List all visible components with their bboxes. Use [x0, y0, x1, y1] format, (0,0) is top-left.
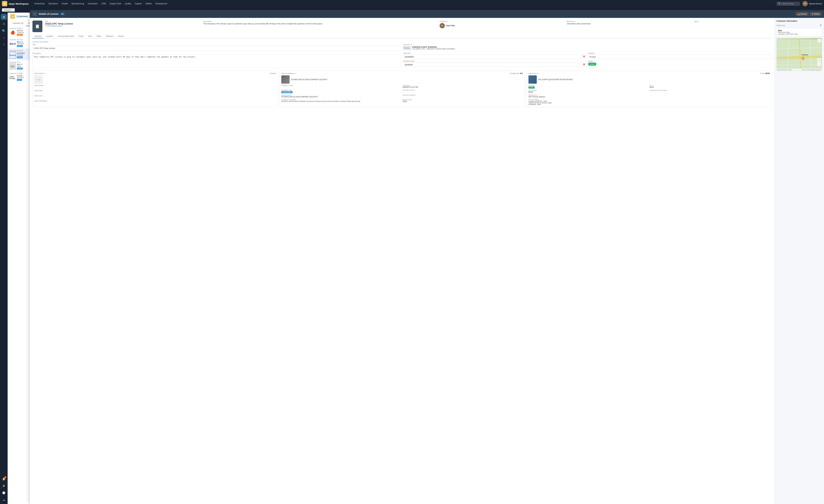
zoom-out-button[interactable]: − — [817, 62, 821, 66]
sidebar-icon-add[interactable]: ＋ — [1, 35, 7, 41]
lic-dtab-history[interactable]: History — [116, 34, 126, 38]
cust-sub: TECHNO — [17, 43, 24, 45]
part-desc-label: Part Description — [528, 99, 770, 100]
model-value: ECONOCLAVE EC10X20-150P450F-12S12P24T — [281, 96, 402, 98]
manufacturer-label: Manufacturer — [528, 94, 770, 96]
addresses-label: Addresses — [777, 26, 785, 26]
duration-label: Duration — [588, 52, 772, 54]
cust-badge: Office — [17, 34, 23, 36]
lic-dtab-notes[interactable]: Notes — [94, 34, 104, 38]
expiration-input[interactable] — [403, 63, 581, 67]
part-edit-icon[interactable]: ✏ — [537, 73, 538, 74]
desc-textarea[interactable]: This temporary CPC license is give to cu… — [32, 55, 401, 68]
lic-dtab-agreements[interactable]: License Agreements — [56, 34, 77, 38]
nav-crm[interactable]: CRM — [100, 2, 107, 5]
cust-sub: TECHNO — [17, 77, 24, 79]
cust-name: APPLE — [17, 30, 24, 32]
install-desc-label: Installation Description — [281, 99, 402, 101]
nav-development[interactable]: Development — [154, 2, 169, 5]
zoom-in-button[interactable]: + — [817, 58, 821, 62]
lic-dtab-relations[interactable]: Relations — [104, 34, 116, 38]
lic-dtab-files[interactable]: Files — [86, 34, 94, 38]
nav-supply-chain[interactable]: Supply Chain — [108, 2, 123, 5]
sidebar-icon-search[interactable]: 🔍 — [1, 28, 7, 34]
installation-title: Select Installation ✏ InstallationID 643 — [281, 73, 523, 74]
lic-dtab-posts[interactable]: Posts — [77, 34, 86, 38]
asset-edit-icon[interactable]: ✏ — [44, 73, 45, 74]
sidebar-icon-menu[interactable]: ☰ — [1, 21, 7, 27]
app-title: Licenses — [17, 15, 28, 18]
aurora-sm-logo: Aurora — [403, 46, 411, 49]
calendar-icon2[interactable]: 📅 — [581, 63, 587, 67]
map-container: Columbus ⛶ + − — [777, 38, 822, 71]
top-nav-menu: Productivity Operations People Manufactu… — [33, 2, 775, 5]
lic-dtab-contacts[interactable]: Contacts — [43, 34, 55, 38]
asset-id-label: AssetID — [270, 73, 276, 74]
avatar[interactable]: AP — [803, 1, 808, 6]
nav-automation[interactable]: Automation — [86, 2, 100, 5]
license-info-title: License Information — [32, 41, 772, 43]
sidebar-icon-question[interactable]: ？ — [1, 42, 7, 48]
duration-input[interactable] — [588, 55, 772, 59]
start-date-label: Start Date — [403, 52, 587, 54]
start-date-input[interactable] — [403, 55, 581, 59]
serial-value: 19221 — [403, 101, 523, 102]
detail-sidebar: Customer Information Addresses ＋ Main 20… — [774, 26, 824, 504]
cust-badge: Manu — [17, 45, 23, 47]
map-terms-label: Terms of Use Report a map error — [802, 69, 821, 71]
nav-support[interactable]: Support — [133, 2, 143, 5]
title-field-label: Title — [32, 44, 401, 45]
asset-status-label: Asset Status — [34, 85, 276, 87]
warranty-exp-label: Warranty Expiration — [403, 94, 523, 96]
title-input[interactable] — [32, 46, 401, 51]
installation-edit-icon[interactable]: ✏ — [295, 73, 296, 74]
app-logo[interactable]: A Appy Workspace — [2, 1, 29, 6]
cust-badge: Aero — [17, 79, 22, 81]
cust-logo: Bard — [9, 40, 16, 47]
address-main-label: Main — [778, 29, 821, 31]
customer-edit-icon[interactable]: ✏ — [411, 44, 412, 45]
expiration-field[interactable]: 📅 — [403, 63, 587, 67]
asset-section: Select Asset ✏ AssetID Image Asset Statu… — [32, 71, 278, 107]
part-section: Select Part ✏ PartID 88390 CPC,SCRIPT,QU… — [527, 71, 772, 107]
nav-utilities[interactable]: Utilities — [144, 2, 153, 5]
start-date-field[interactable]: 📅 — [403, 55, 587, 59]
user-name: Appollo Ascanio — [809, 3, 822, 5]
sidebar-icon-notify[interactable]: 🔔 1 — [1, 476, 7, 482]
tab-label: Licenses — [4, 9, 11, 11]
nav-productivity[interactable]: Productivity — [33, 2, 46, 5]
tab-licenses[interactable]: Licenses (5) — [10, 21, 26, 26]
install-date-label: Install Date — [403, 85, 523, 86]
add-address-button[interactable]: ＋ — [819, 26, 822, 27]
calendar-icon[interactable]: 📅 — [581, 55, 587, 59]
tab-close-icon[interactable]: ✕ — [12, 9, 13, 11]
fullscreen-button[interactable]: ⛶ — [818, 39, 821, 42]
status-label: Status — [588, 60, 772, 62]
customer-field-label: Customer ✏ — [403, 44, 772, 45]
part-num-label: Part Number — [528, 90, 649, 91]
model-label: Model Number — [281, 94, 402, 96]
search-app-box[interactable]: 🔍 Search for app — [777, 2, 800, 6]
installation-id-value: 643 — [520, 73, 523, 74]
installation-image — [281, 75, 290, 84]
nav-quality[interactable]: Quality — [123, 2, 133, 5]
edit-link[interactable]: ✏ CPC 90-day License — [45, 26, 201, 27]
asset-desc-label: Asset Description — [34, 100, 276, 102]
address-line1: 200 Aurora Way — [778, 31, 821, 33]
nav-manufacturing[interactable]: Manufacturing — [70, 2, 86, 5]
part-type-label: Part type — [528, 85, 649, 86]
installation-name: ECONOCLAVE EC10X20-150P450F-12S12P24T — [291, 79, 327, 81]
sidebar-icon-grid[interactable]: ⊞ — [1, 14, 7, 20]
install-desc-value: ECONOCLAVE EC10X20-150P450F-12S12P24T EC… — [281, 101, 402, 102]
lic-dtab-general[interactable]: General — [32, 34, 43, 38]
nav-operations[interactable]: Operations — [46, 2, 60, 5]
nav-people[interactable]: People — [60, 2, 69, 5]
sidebar-icon-time[interactable]: 🕐 — [1, 490, 7, 496]
tab-licenses[interactable]: Licenses ✕ — [2, 8, 15, 12]
cust-name: GOOD — [17, 75, 24, 77]
warranty-dur-label: Warranty Duration — [403, 89, 523, 91]
sidebar-icon-cloud[interactable]: ☁ — [1, 497, 7, 503]
sidebar-icon-workflow[interactable]: ⚡ — [1, 483, 7, 489]
map-data-label: Map data ©2024 Google — [777, 69, 792, 71]
asset-row: Select Asset ✏ AssetID Image Asset Statu… — [32, 71, 772, 107]
